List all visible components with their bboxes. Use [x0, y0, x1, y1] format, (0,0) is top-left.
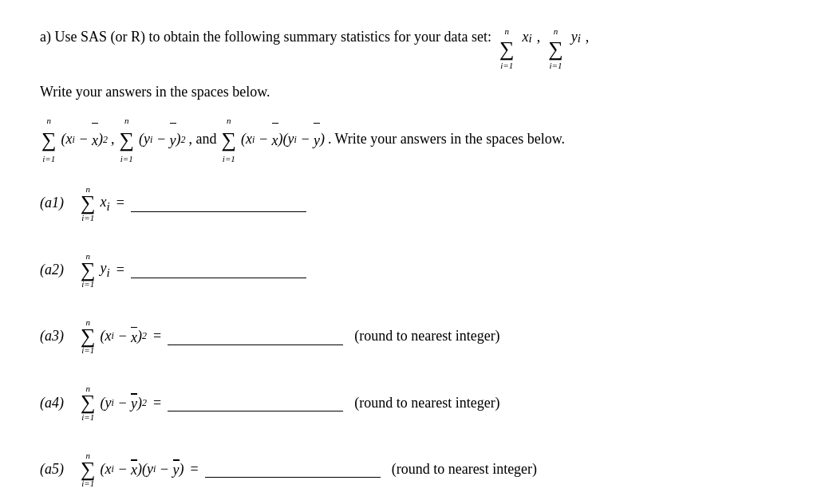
- q3-note: (round to nearest integer): [354, 328, 499, 345]
- header-sum-yi: n ∑ i=1: [548, 24, 563, 74]
- q4-label: (a4): [40, 395, 76, 411]
- comma2: ,: [586, 24, 590, 49]
- q2-answer-line: [131, 261, 306, 278]
- q5-expr: (xi − x)(yi − y): [101, 459, 184, 478]
- sum3-block: n ∑ i=1: [222, 111, 237, 168]
- q2-var: yi: [101, 260, 110, 280]
- q5-sum: n ∑ i=1: [81, 451, 96, 488]
- q2-label: (a2): [40, 262, 76, 278]
- q3-row: (a3) n ∑ i=1 (xi − x)2 = (round to neare…: [40, 317, 777, 355]
- sum2-block: n ∑ i=1: [120, 111, 135, 168]
- q2-row: (a2) n ∑ i=1 yi =: [40, 251, 777, 289]
- q4-note: (round to nearest integer): [354, 395, 499, 411]
- q5-eq: =: [191, 461, 199, 478]
- write-instruction-2: Write your answers in the spaces below.: [335, 124, 566, 156]
- q1-answer-line: [131, 195, 306, 212]
- question-a4: (a4) n ∑ i=1 (yi − y)2 = (round to neare…: [40, 384, 777, 421]
- formula-line: n ∑ i=1 (xi − x)2 , n ∑ i=1 (yi − y)2 , …: [40, 111, 777, 168]
- q1-var: xi: [101, 194, 110, 214]
- question-a1: (a1) n ∑ i=1 xi =: [40, 184, 777, 222]
- period: .: [328, 124, 332, 156]
- yi-var: yi: [571, 24, 581, 49]
- q4-eq: =: [153, 395, 161, 411]
- header-sum-xi: n ∑ i=1: [499, 24, 515, 74]
- q5-answer-line: [205, 460, 381, 478]
- q4-answer-line: [168, 394, 343, 411]
- q3-answer-line: [168, 328, 343, 345]
- and-text: , and: [189, 124, 217, 156]
- formula1-expr: (xi − x)2: [61, 123, 108, 157]
- header-section: a) Use SAS (or R) to obtain the followin…: [40, 24, 777, 168]
- q1-sum: n ∑ i=1: [81, 184, 96, 222]
- comma1: ,: [537, 24, 541, 49]
- q2-eq: =: [116, 262, 124, 278]
- q5-note: (round to nearest integer): [392, 461, 537, 478]
- q3-label: (a3): [40, 328, 76, 345]
- intro-text: a) Use SAS (or R) to obtain the followin…: [40, 24, 491, 49]
- q4-row: (a4) n ∑ i=1 (yi − y)2 = (round to neare…: [40, 384, 777, 421]
- question-a3: (a3) n ∑ i=1 (xi − x)2 = (round to neare…: [40, 317, 777, 355]
- xi-var: xi: [522, 24, 531, 49]
- q5-label: (a5): [40, 461, 76, 478]
- q1-label: (a1): [40, 195, 76, 211]
- q1-row: (a1) n ∑ i=1 xi =: [40, 184, 777, 222]
- formula2-expr: (yi − y)2: [139, 123, 185, 157]
- formula3-expr: (xi − x)(yi − y): [241, 123, 325, 157]
- write-instruction: Write your answers in the spaces below.: [40, 79, 270, 104]
- sum1-block: n ∑ i=1: [41, 111, 57, 168]
- comma3: ,: [111, 124, 115, 156]
- q3-expr: (xi − x)2: [101, 327, 147, 346]
- q2-sum: n ∑ i=1: [81, 251, 96, 289]
- header-row: a) Use SAS (or R) to obtain the followin…: [40, 24, 777, 104]
- question-a5: (a5) n ∑ i=1 (xi − x)(yi − y) = (round t…: [40, 451, 777, 488]
- q5-row: (a5) n ∑ i=1 (xi − x)(yi − y) = (round t…: [40, 451, 777, 488]
- q3-sum: n ∑ i=1: [81, 317, 96, 355]
- q4-sum: n ∑ i=1: [81, 384, 96, 421]
- q1-eq: =: [116, 195, 124, 211]
- q3-eq: =: [153, 328, 161, 345]
- q4-expr: (yi − y)2: [101, 393, 147, 412]
- question-a2: (a2) n ∑ i=1 yi =: [40, 251, 777, 289]
